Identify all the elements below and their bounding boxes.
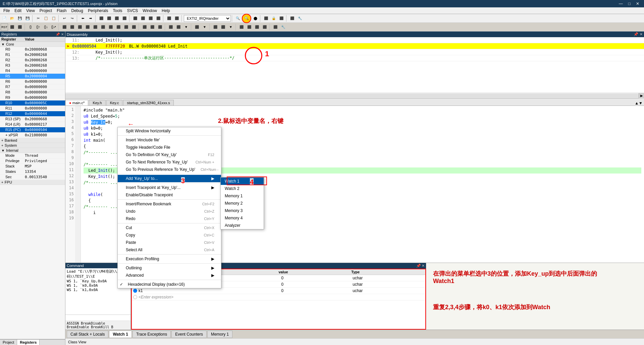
submenu-memory4[interactable]: Memory 4: [221, 214, 264, 222]
watch-close-btn[interactable]: ✕: [422, 264, 425, 268]
t3[interactable]: ⬛: [113, 15, 120, 22]
t8[interactable]: ⬛: [155, 15, 162, 22]
ctx-cut[interactable]: Cut Ctrl+X: [118, 224, 221, 231]
reg-privilege[interactable]: Privilege Privileged: [0, 158, 65, 164]
ctx-exec-profiling[interactable]: Execution Profiling ▶: [118, 255, 221, 263]
ctx-insert-trace[interactable]: Insert Tracepoint at 'Key_Up'... ▶: [118, 184, 221, 191]
ctx-bookmark[interactable]: Insert/Remove Bookmark Ctrl+F2: [118, 200, 221, 208]
save-all-btn[interactable]: 💾: [24, 15, 31, 22]
menu-edit[interactable]: Edit: [12, 8, 23, 13]
ctx-paste[interactable]: Paste Ctrl+V: [118, 239, 221, 246]
d24[interactable]: ▼: [201, 23, 208, 31]
reg-sec[interactable]: Sec 0.00133540: [0, 175, 65, 180]
disasm-close-btn[interactable]: ✕: [640, 32, 643, 37]
tab-main-c[interactable]: ● main.c*: [65, 100, 88, 106]
window-controls[interactable]: — □ ✕: [617, 1, 641, 6]
ctx-enable-trace[interactable]: Enable/Disable Tracepoint: [118, 191, 221, 199]
menu-file[interactable]: File: [1, 8, 12, 13]
reg-stack[interactable]: Stack MSP: [0, 164, 65, 169]
watch-row-k1[interactable]: k1 0 uchar: [132, 288, 425, 294]
tab-startup[interactable]: startup_stm32f40_41xxx.s: [123, 100, 173, 106]
ctx-outlining[interactable]: Outlining ▶: [118, 264, 221, 272]
t11[interactable]: ⬤: [252, 15, 259, 22]
reg-r4[interactable]: R4 0x00000000: [0, 68, 65, 74]
reg-r7[interactable]: R7 0x00000000: [0, 84, 65, 90]
ctx-advanced[interactable]: Advanced ▶: [118, 272, 221, 279]
t16[interactable]: 🔧: [296, 15, 304, 22]
d12[interactable]: ⬛: [99, 23, 107, 31]
registers-pin-btn[interactable]: 📌: [56, 32, 60, 36]
submenu-watch2[interactable]: Watch 2: [221, 185, 264, 192]
t14[interactable]: ⬛: [278, 15, 285, 22]
submenu-memory3[interactable]: Memory 3: [221, 207, 264, 214]
menu-flash[interactable]: Flash: [55, 8, 68, 13]
d13[interactable]: ⬛: [107, 23, 114, 31]
project-tab[interactable]: Project: [0, 340, 17, 345]
reg-r5[interactable]: R5 0x20000004: [0, 74, 65, 79]
undo-btn[interactable]: ↩: [61, 15, 68, 22]
d17[interactable]: ⬛: [141, 23, 148, 31]
submenu-memory1[interactable]: Memory 1: [221, 192, 264, 200]
reg-mode[interactable]: Mode Thread: [0, 153, 65, 158]
t15[interactable]: ⬛: [288, 15, 296, 22]
d22[interactable]: ▼: [182, 23, 190, 31]
back-btn[interactable]: ⬅: [79, 15, 87, 22]
tab-callstack[interactable]: Call Stack + Locals: [67, 331, 108, 338]
d20[interactable]: ⬛: [167, 23, 174, 31]
close-button[interactable]: ✕: [634, 1, 641, 6]
submenu-memory2[interactable]: Memory 2: [221, 200, 264, 207]
d27[interactable]: ▼: [227, 23, 234, 31]
ctx-hex-display[interactable]: ✓ Hexadecimal Display (radix=16): [118, 281, 221, 288]
ctx-undo[interactable]: Undo Ctrl+Z: [118, 208, 221, 215]
menu-tools[interactable]: Tools: [111, 8, 124, 13]
paste-btn[interactable]: 📋: [50, 15, 57, 22]
submenu-analyzer[interactable]: Analyzer: [221, 222, 264, 229]
ctx-split-window[interactable]: Split Window horizontally: [118, 127, 221, 135]
d2[interactable]: ⬛: [16, 23, 23, 31]
rst-btn[interactable]: RST: [1, 23, 8, 31]
menu-peripherals[interactable]: Peripherals: [86, 8, 110, 13]
t5[interactable]: ⬛: [131, 15, 139, 22]
d28[interactable]: ⬛: [238, 23, 245, 31]
t7[interactable]: ⬛: [147, 15, 154, 22]
ctx-goto-next[interactable]: Go To Next Reference To 'Key_Up' Ctrl+Nu…: [118, 158, 221, 166]
watch-pin-btn[interactable]: 📌: [416, 264, 421, 268]
d25[interactable]: ⬛: [212, 23, 219, 31]
ctx-select-all[interactable]: Select All Ctrl+A: [118, 246, 221, 254]
tab-memory1[interactable]: Memory 1: [207, 331, 232, 338]
tab-event-counters[interactable]: Event Counters: [171, 331, 207, 338]
ctx-goto-def[interactable]: Go To Definition Of 'Key_Up' F12: [118, 151, 221, 158]
d8[interactable]: ⬛: [68, 23, 76, 31]
d10[interactable]: ⬛: [84, 23, 91, 31]
system-section[interactable]: + System: [0, 143, 65, 148]
cut-btn[interactable]: ✂: [35, 15, 42, 22]
d33[interactable]: 🔧: [279, 23, 287, 31]
reg-r10[interactable]: R10 0x0800005C: [0, 100, 65, 106]
disasm-pin-btn[interactable]: 📌: [634, 32, 638, 37]
minimize-button[interactable]: —: [617, 1, 625, 6]
reg-r0[interactable]: R0 0x20000068: [0, 47, 65, 52]
reg-states[interactable]: States 13354: [0, 169, 65, 175]
tab-watch1[interactable]: Watch 1: [109, 331, 132, 338]
tab-trace-exceptions[interactable]: Trace Exceptions: [132, 331, 171, 338]
t12[interactable]: ⬛: [262, 15, 270, 22]
tab-key-h[interactable]: Key.h: [89, 100, 105, 106]
d29[interactable]: ⬛: [246, 23, 253, 31]
save-btn[interactable]: 💾: [16, 15, 23, 22]
banked-section[interactable]: + Banked: [0, 138, 65, 143]
d26[interactable]: ⬛: [219, 23, 227, 31]
editor-expand-btn[interactable]: ▲▼: [633, 101, 644, 106]
reg-r14[interactable]: R14 (LR) 0x08000217: [0, 122, 65, 127]
d1[interactable]: ⬛: [8, 23, 16, 31]
reg-r15[interactable]: R15 (PC) 0x08000504: [0, 127, 65, 133]
open-btn[interactable]: 📂: [8, 15, 16, 22]
t4[interactable]: ⬛: [121, 15, 128, 22]
menu-window[interactable]: Window: [141, 8, 159, 13]
registers-tab[interactable]: Registers: [17, 340, 40, 345]
reg-r2[interactable]: R2 0x20000268: [0, 58, 65, 63]
d5[interactable]: {}↓: [42, 23, 50, 31]
menu-debug[interactable]: Debug: [69, 8, 85, 13]
t13[interactable]: 🔒: [270, 15, 277, 22]
reg-r6[interactable]: R6 0x00000000: [0, 79, 65, 84]
new-file-btn[interactable]: 📄: [1, 15, 8, 22]
